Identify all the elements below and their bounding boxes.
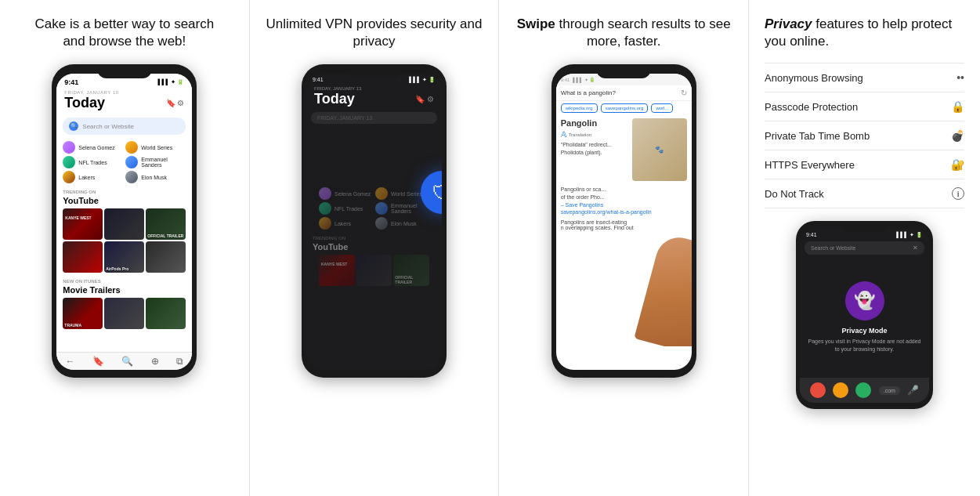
privacy-title: Privacy features to help protect you onl…: [765, 16, 964, 50]
av-2-em: [375, 202, 388, 215]
avatar-selena: [63, 141, 75, 154]
tab-save[interactable]: savepangolins.org: [601, 103, 649, 113]
avatar-world-series: [125, 141, 138, 154]
av-2-lakers: [319, 217, 331, 230]
yt-thumb-6[interactable]: [146, 241, 186, 273]
trending-name-nfl: NFL Trades: [78, 160, 107, 165]
trending-item-world-series[interactable]: World Series: [125, 141, 186, 154]
av-2-world: [375, 187, 388, 200]
privacy-mode-circle: 👻: [845, 281, 884, 320]
nav-share[interactable]: ⊕: [151, 356, 159, 367]
result-thumb: 🐾: [632, 118, 687, 181]
feature-icon-bomb: 💣: [951, 129, 964, 142]
phone-1-screen: 9:41 ▌▌▌ ✦ 🔋 FRIDAY, JANUARY 10 Today 🔖 …: [56, 74, 192, 370]
avatar-nfl: [63, 156, 75, 168]
dot-red: [810, 382, 826, 398]
section-label-1: TRENDING ON: [56, 186, 192, 196]
tab-wiki[interactable]: wikipedia.org: [561, 103, 598, 113]
phone-2: 9:41 ▌▌▌ ✦ 🔋 FRIDAY, JANUARY 13 Today 🔖 …: [302, 64, 447, 378]
trending-name-world-series: World Series: [141, 145, 172, 150]
movie-thumb-1[interactable]: TRAUMA: [63, 298, 103, 329]
phone-4-screen: 9:41 ▌▌▌ ✦ 🔋 Search or Website ✕ 👻 Priva…: [800, 229, 929, 403]
panel-2: Unlimited VPN provides security and priv…: [250, 0, 500, 496]
yt-thumb-1[interactable]: KANYE WEST: [63, 208, 103, 240]
search-bar-1[interactable]: 🔍 Search or Website: [63, 118, 186, 135]
screen2-header: FRIDAY, JANUARY 13 Today 🔖 ⚙: [306, 85, 442, 110]
av-2-selena: [319, 187, 331, 200]
feature-anonymous: Anonymous Browsing ••: [765, 63, 964, 92]
signal-4: ▌▌▌ ✦ 🔋: [896, 232, 923, 238]
com-button[interactable]: .com: [879, 386, 900, 395]
yt-section-label-2: TRENDING ON: [313, 233, 436, 242]
avatar-lakers: [63, 171, 75, 183]
close-icon-4[interactable]: ✕: [913, 244, 918, 252]
youtube-grid-1: KANYE WEST OFFICIAL TRAILER AirPods Pro: [56, 208, 192, 273]
translate-icon: 𝔸: [561, 130, 566, 139]
time-4: 9:41: [806, 232, 817, 238]
status-bar-3-time: 9:41: [561, 78, 570, 82]
yt2-2: [356, 255, 392, 286]
nav-copy[interactable]: ⧉: [176, 356, 183, 367]
trending-item-elon[interactable]: Elon Musk: [125, 171, 186, 183]
feature-icon-anonymous: ••: [956, 71, 964, 84]
date-header-1: FRIDAY, JANUARY 10 Today 🔖 ⚙: [56, 89, 192, 114]
result-pangolins-desc: Pangolins or sca...of the order Pho... –…: [561, 186, 687, 216]
today-icons-1: 🔖 ⚙: [166, 99, 185, 107]
trending-item-selena[interactable]: Selena Gomez: [63, 141, 123, 154]
feature-passcode: Passcode Protection 🔒: [765, 92, 964, 121]
result-content: 🐾 Pangolin 𝔸 Translation "Pholidata" red…: [556, 115, 692, 234]
movie-thumb-2[interactable]: [104, 298, 144, 329]
vpn-circle-container: 🛡: [306, 132, 442, 175]
movie-grid-1: TRAUMA: [56, 298, 192, 329]
dot-green: [855, 382, 871, 398]
trending-item-nfl[interactable]: NFL Trades: [63, 156, 123, 168]
privacy-center: 👻 Privacy Mode Pages you visit in Privac…: [800, 256, 929, 378]
trending-name-emmanuel: Emmanuel Sanders: [141, 157, 186, 168]
yt-section-title-2: YouTube: [313, 242, 436, 255]
time-2: 9:41: [313, 77, 324, 83]
youtube-grid-2: KANYE WEST OFFICIAL TRAILER: [313, 255, 436, 286]
panel-3: Swipe through search results to see more…: [499, 0, 749, 496]
tab-pills-3: wikipedia.org savepangolins.org worl...: [556, 101, 692, 115]
signal-icons-1: ▌▌▌ ✦ 🔋: [158, 79, 185, 85]
privacy-features-list: Anonymous Browsing •• Passcode Protectio…: [765, 63, 964, 208]
query-bar: What is a pangolin? ↻: [556, 85, 692, 101]
nav-back[interactable]: ←: [66, 356, 75, 367]
today-icons-2: 🔖 ⚙: [415, 95, 434, 103]
phone-1-notch: [97, 64, 152, 78]
dot-yellow: [833, 382, 848, 398]
search-bar-2[interactable]: FRIDAY, JANUARY 13: [311, 112, 437, 124]
trending-grid-2: Selena Gomez World Series NFL Trades Emm…: [313, 184, 436, 233]
bottom-bar-4: .com 🎤: [800, 378, 929, 403]
search-placeholder-4: Search or Website: [811, 245, 855, 251]
phone-1: 9:41 ▌▌▌ ✦ 🔋 FRIDAY, JANUARY 10 Today 🔖 …: [52, 64, 197, 378]
ghost-icon: 👻: [854, 291, 875, 311]
nav-bookmark[interactable]: 🔖: [92, 356, 104, 367]
feature-https: HTTPS Everywhere 🔐: [765, 150, 964, 179]
yt-thumb-5[interactable]: AirPods Pro: [104, 241, 144, 273]
refresh-icon[interactable]: ↻: [681, 89, 687, 97]
feature-icon-https: 🔐: [951, 158, 964, 171]
movie-thumb-3[interactable]: [146, 298, 186, 329]
translate-text: Translation: [569, 132, 591, 137]
yt-thumb-2[interactable]: [104, 208, 144, 240]
signal-2: ▌▌▌ ✦ 🔋: [409, 77, 436, 83]
yt-label-1: KANYE WEST: [63, 213, 93, 223]
mic-icon[interactable]: 🎤: [907, 385, 919, 396]
tab-more[interactable]: worl...: [651, 103, 673, 113]
trending-item-lakers[interactable]: Lakers: [63, 171, 123, 183]
search-bar-4[interactable]: Search or Website ✕: [805, 241, 924, 255]
section-title-youtube: YouTube: [56, 196, 192, 208]
today-2: Today: [314, 91, 355, 107]
phone-2-notch: [347, 64, 402, 78]
avatar-emmanuel: [125, 156, 138, 168]
yt-thumb-3[interactable]: OFFICIAL TRAILER: [146, 208, 186, 240]
nav-search[interactable]: 🔍: [121, 356, 133, 367]
search-icon-1: 🔍: [69, 121, 78, 131]
trending-item-emmanuel[interactable]: Emmanuel Sanders: [125, 156, 186, 168]
t2-lakers: Lakers: [319, 217, 373, 230]
search-placeholder-2: FRIDAY, JANUARY 13: [317, 115, 372, 121]
avatar-elon: [125, 171, 138, 183]
feature-name-anonymous: Anonymous Browsing: [765, 72, 863, 84]
yt-thumb-4[interactable]: [63, 241, 103, 273]
